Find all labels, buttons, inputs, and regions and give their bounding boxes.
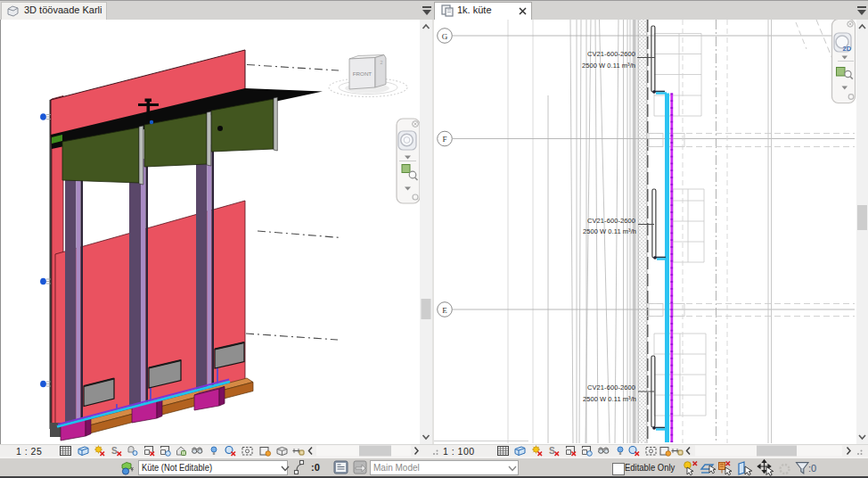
svg-text:E: E	[442, 306, 447, 315]
svg-text:CV21-600-2600: CV21-600-2600	[587, 217, 635, 225]
svg-text:F: F	[442, 135, 446, 144]
svg-text:2: 2	[380, 60, 382, 65]
svg-text:2500 W 0.11 m³/h: 2500 W 0.11 m³/h	[583, 227, 636, 235]
svg-text:G: G	[442, 32, 448, 41]
svg-text:2500 W 0.11 m³/h: 2500 W 0.11 m³/h	[582, 62, 635, 70]
svg-text:2D: 2D	[843, 45, 852, 53]
svg-text:FRONT: FRONT	[353, 70, 373, 77]
svg-text:2500 W 0.11 m³/h: 2500 W 0.11 m³/h	[583, 395, 636, 403]
svg-text:CV21-600-2600: CV21-600-2600	[587, 50, 635, 58]
svg-text:CV21-600-2600: CV21-600-2600	[587, 383, 635, 391]
